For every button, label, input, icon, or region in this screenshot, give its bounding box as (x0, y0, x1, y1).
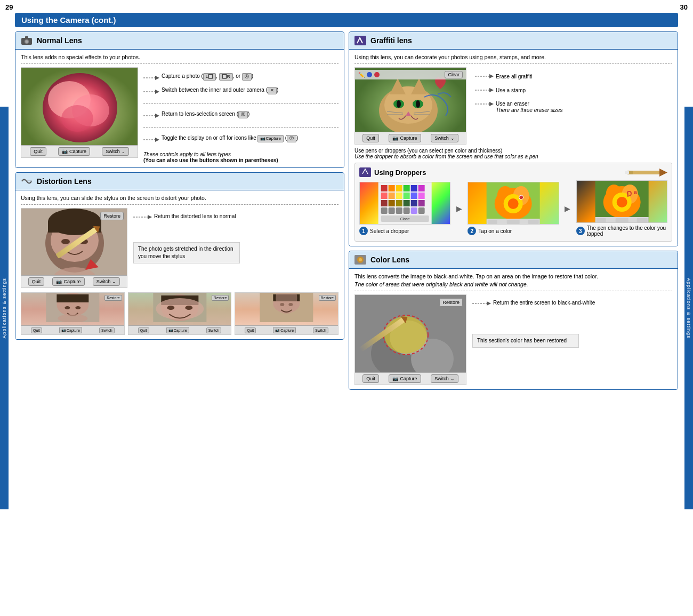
capture-btn-distortion[interactable]: 📷 Capture (52, 277, 84, 286)
distortion-lens-desc: Using this lens, you can slide the stylu… (21, 195, 339, 201)
section-color-callout: This section's color has been restored (472, 334, 672, 348)
svg-point-8 (61, 105, 93, 132)
svg-rect-108 (488, 220, 497, 224)
svg-point-56 (416, 100, 420, 108)
svg-point-33 (75, 306, 80, 309)
color-lens-image: Restore Quit 📷 Capture (354, 294, 466, 385)
distortion-example-3: Restore Quit 📷Capture Switch (235, 292, 339, 335)
return-annotation: Return to lens-selection screen (Ⓑ) (143, 110, 339, 121)
svg-rect-86 (381, 200, 388, 206)
dropper-step-3-label: 3 The pen changes to the color you tappe… (576, 225, 667, 237)
svg-point-23 (61, 239, 70, 244)
svg-point-39 (167, 306, 174, 310)
svg-point-38 (156, 298, 204, 319)
color-lens-desc: This lens converts the image to black-an… (354, 273, 672, 279)
graffiti-lens-section: Graffiti lens Using this lens, you can d… (349, 31, 678, 246)
color-lens-desc-italic: The color of areas that were originally … (354, 281, 672, 287)
svg-point-40 (185, 306, 192, 310)
right-column: Graffiti lens Using this lens, you can d… (349, 27, 678, 616)
graffiti-annotations: Erase all graffiti Use a stamp Use an (470, 67, 672, 113)
restore-all-annotation: Return the entire screen to black-and-wh… (472, 300, 672, 307)
distortion-small-examples: Restore Quit 📷Capture Switch (21, 292, 339, 335)
distortion-annotations: Return the distorted lens to normal The … (131, 208, 339, 263)
color-lens-title: Color Lens (370, 255, 409, 264)
distortion-image: Restore Quit (21, 208, 127, 288)
color-lens-content: Restore Quit 📷 Capture (354, 294, 672, 385)
normal-lens-section: Normal Lens This lens adds no special ef… (15, 31, 344, 168)
svg-point-116 (616, 197, 627, 207)
svg-text:a: a (633, 189, 637, 195)
distortion-lens-title: Distortion Lens (37, 177, 92, 186)
svg-rect-74 (381, 185, 388, 191)
capture-annotation: Capture a photo (L🔲, 🔲R, or Ⓐ) (143, 73, 339, 83)
svg-marker-28 (148, 215, 152, 219)
switch-btn-normal[interactable]: Switch ⌄ (102, 147, 129, 156)
svg-rect-76 (396, 185, 402, 191)
switch-btn-graffiti[interactable]: Switch ⌄ (431, 134, 458, 142)
restore-btn-color[interactable]: Restore (439, 298, 463, 307)
svg-marker-10 (155, 76, 159, 80)
distortion-content: Restore Quit (21, 208, 339, 288)
svg-rect-17 (21, 180, 32, 181)
dropper-step-1: Close 1 Select a dropper (359, 182, 450, 235)
svg-point-125 (359, 258, 362, 261)
svg-marker-71 (659, 169, 667, 177)
camera-icon (21, 35, 33, 46)
step-divider-1: ▶ (455, 204, 463, 213)
capture-btn-graffiti[interactable]: 📷 Capture (389, 134, 421, 142)
svg-rect-80 (381, 193, 388, 199)
svg-rect-92 (381, 207, 388, 214)
svg-rect-91 (418, 200, 425, 206)
graffiti-lens-title: Graffiti lens (370, 36, 412, 45)
erase-annotation: Erase all graffiti (475, 73, 672, 80)
normal-lens-body: This lens adds no special effects to you… (15, 50, 344, 167)
capture-btn-normal[interactable]: 📷 Capture (58, 147, 90, 156)
page-number-left: 29 (5, 3, 13, 11)
main-header: Using the Camera (cont.) (15, 13, 678, 27)
dropper-step-2-image (468, 182, 559, 225)
capture-btn-color[interactable]: 📷 Capture (389, 374, 421, 383)
switch-btn-color[interactable]: Switch ⌄ (431, 374, 458, 383)
graffiti-lens-body: Using this lens, you can decorate your p… (349, 50, 678, 246)
normal-lens-camera-bar: Quit 📷 Capture Switch ⌄ (21, 145, 138, 157)
svg-point-55 (397, 100, 401, 108)
svg-rect-89 (404, 200, 410, 206)
svg-rect-78 (411, 185, 417, 191)
step-divider-2: ▶ (563, 204, 572, 213)
quit-btn-normal[interactable]: Quit (30, 147, 46, 156)
graffiti-lens-header: Graffiti lens (349, 32, 678, 50)
distortion-lens-header: Distortion Lens (15, 173, 344, 190)
restore-btn-distortion[interactable]: Restore (100, 212, 124, 220)
svg-rect-97 (418, 207, 425, 214)
left-column: Normal Lens This lens adds no special ef… (15, 27, 344, 616)
distortion-lens-section: Distortion Lens Using this lens, you can… (15, 172, 344, 340)
svg-rect-3 (25, 36, 28, 38)
switch-btn-distortion[interactable]: Switch ⌄ (93, 277, 120, 286)
graffiti-clear-btn[interactable]: Clear (445, 71, 463, 78)
svg-rect-110 (528, 220, 539, 224)
quit-btn-graffiti[interactable]: Quit (362, 134, 379, 142)
quit-btn-distortion[interactable]: Quit (28, 277, 45, 286)
svg-point-105 (508, 198, 519, 209)
page-number-right: 30 (680, 3, 688, 11)
graffiti-icon (354, 35, 366, 46)
svg-rect-47 (354, 36, 366, 45)
droppers-title: Using Droppers (359, 167, 667, 177)
normal-lens-annotations: Capture a photo (L🔲, 🔲R, or Ⓐ) Switch be… (143, 67, 339, 163)
svg-rect-94 (396, 207, 402, 214)
quit-btn-color[interactable]: Quit (362, 374, 379, 383)
svg-point-32 (65, 306, 70, 309)
graffiti-usage-note: Use pens or droppers (you can select pen… (354, 148, 672, 159)
svg-marker-16 (155, 138, 159, 142)
svg-rect-83 (404, 193, 410, 199)
svg-marker-63 (489, 74, 494, 78)
dropper-pencil-decoration (625, 169, 667, 177)
svg-rect-84 (411, 193, 417, 199)
svg-text:Close: Close (400, 217, 410, 221)
svg-rect-122 (636, 218, 647, 222)
normal-lens-header: Normal Lens (15, 32, 344, 50)
dropper-step-2: 2 Tap on a color (468, 182, 559, 235)
toggle-annotation: Toggle the display on or off for icons l… (143, 134, 339, 145)
eraser-annotation: Use an eraser There are three eraser siz… (475, 100, 672, 113)
dropper-step-2-label: 2 Tap on a color (468, 227, 512, 235)
